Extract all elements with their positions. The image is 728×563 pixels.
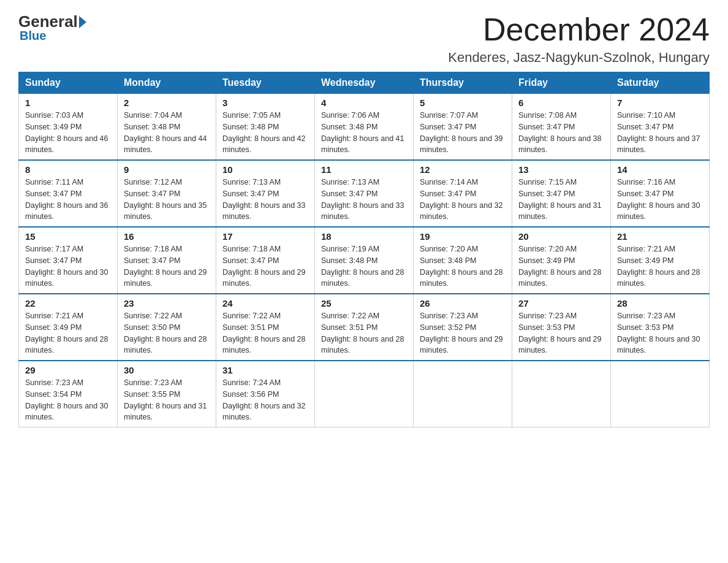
- day-info: Sunrise: 7:14 AMSunset: 3:47 PMDaylight:…: [420, 178, 503, 221]
- col-header-friday: Friday: [512, 72, 611, 94]
- day-info: Sunrise: 7:23 AMSunset: 3:55 PMDaylight:…: [124, 378, 207, 421]
- calendar-week-row: 29 Sunrise: 7:23 AMSunset: 3:54 PMDaylig…: [19, 361, 710, 427]
- calendar-cell: 28 Sunrise: 7:23 AMSunset: 3:53 PMDaylig…: [611, 294, 710, 361]
- calendar-cell: 25 Sunrise: 7:22 AMSunset: 3:51 PMDaylig…: [315, 294, 414, 361]
- day-number: 10: [222, 164, 308, 175]
- calendar-cell: 24 Sunrise: 7:22 AMSunset: 3:51 PMDaylig…: [216, 294, 315, 361]
- title-block: December 2024 Kenderes, Jasz-Nagykun-Szo…: [448, 12, 710, 66]
- day-info: Sunrise: 7:21 AMSunset: 3:49 PMDaylight:…: [25, 312, 108, 354]
- day-number: 26: [420, 298, 506, 308]
- calendar-cell: 11 Sunrise: 7:13 AMSunset: 3:47 PMDaylig…: [315, 160, 414, 227]
- calendar-week-row: 15 Sunrise: 7:17 AMSunset: 3:47 PMDaylig…: [19, 227, 710, 294]
- day-info: Sunrise: 7:06 AMSunset: 3:48 PMDaylight:…: [321, 111, 404, 154]
- day-info: Sunrise: 7:10 AMSunset: 3:47 PMDaylight:…: [617, 111, 700, 154]
- day-number: 3: [222, 98, 308, 108]
- col-header-tuesday: Tuesday: [216, 72, 315, 94]
- calendar-header-row: SundayMondayTuesdayWednesdayThursdayFrid…: [19, 72, 710, 94]
- day-info: Sunrise: 7:07 AMSunset: 3:47 PMDaylight:…: [420, 111, 503, 154]
- col-header-sunday: Sunday: [19, 72, 118, 94]
- day-info: Sunrise: 7:03 AMSunset: 3:49 PMDaylight:…: [25, 111, 108, 154]
- calendar-cell: 23 Sunrise: 7:22 AMSunset: 3:50 PMDaylig…: [118, 294, 216, 361]
- day-info: Sunrise: 7:23 AMSunset: 3:53 PMDaylight:…: [518, 312, 602, 354]
- day-number: 22: [25, 298, 111, 308]
- day-number: 5: [420, 98, 506, 108]
- month-title: December 2024: [448, 12, 710, 47]
- day-info: Sunrise: 7:23 AMSunset: 3:53 PMDaylight:…: [617, 312, 700, 354]
- calendar-cell: 15 Sunrise: 7:17 AMSunset: 3:47 PMDaylig…: [19, 227, 118, 294]
- day-number: 4: [321, 98, 407, 108]
- day-number: 27: [518, 298, 604, 308]
- calendar-cell: [611, 361, 710, 427]
- day-number: 29: [25, 365, 111, 375]
- calendar-cell: 5 Sunrise: 7:07 AMSunset: 3:47 PMDayligh…: [414, 94, 512, 161]
- day-number: 28: [617, 298, 703, 308]
- day-info: Sunrise: 7:08 AMSunset: 3:47 PMDaylight:…: [518, 111, 602, 154]
- col-header-monday: Monday: [118, 72, 216, 94]
- col-header-thursday: Thursday: [414, 72, 512, 94]
- day-number: 12: [420, 164, 506, 175]
- day-info: Sunrise: 7:15 AMSunset: 3:47 PMDaylight:…: [518, 178, 602, 221]
- calendar-cell: 2 Sunrise: 7:04 AMSunset: 3:48 PMDayligh…: [118, 94, 216, 161]
- day-number: 13: [518, 164, 604, 175]
- day-number: 17: [222, 231, 308, 242]
- logo: General Blue: [18, 12, 88, 43]
- day-number: 24: [222, 298, 308, 308]
- col-header-saturday: Saturday: [611, 72, 710, 94]
- calendar-cell: 26 Sunrise: 7:23 AMSunset: 3:52 PMDaylig…: [414, 294, 512, 361]
- day-info: Sunrise: 7:23 AMSunset: 3:54 PMDaylight:…: [25, 378, 108, 421]
- day-number: 23: [124, 298, 210, 308]
- page-header: General Blue December 2024 Kenderes, Jas…: [18, 12, 710, 66]
- day-number: 20: [518, 231, 604, 242]
- day-number: 16: [124, 231, 210, 242]
- calendar-cell: 1 Sunrise: 7:03 AMSunset: 3:49 PMDayligh…: [19, 94, 118, 161]
- logo-blue-text: Blue: [20, 29, 46, 43]
- day-number: 19: [420, 231, 506, 242]
- calendar-table: SundayMondayTuesdayWednesdayThursdayFrid…: [18, 72, 710, 427]
- calendar-cell: 4 Sunrise: 7:06 AMSunset: 3:48 PMDayligh…: [315, 94, 414, 161]
- calendar-cell: 13 Sunrise: 7:15 AMSunset: 3:47 PMDaylig…: [512, 160, 611, 227]
- calendar-cell: [315, 361, 414, 427]
- day-info: Sunrise: 7:22 AMSunset: 3:50 PMDaylight:…: [124, 312, 207, 354]
- day-info: Sunrise: 7:24 AMSunset: 3:56 PMDaylight:…: [222, 378, 306, 421]
- location-title: Kenderes, Jasz-Nagykun-Szolnok, Hungary: [448, 50, 710, 66]
- calendar-cell: 12 Sunrise: 7:14 AMSunset: 3:47 PMDaylig…: [414, 160, 512, 227]
- calendar-cell: [512, 361, 611, 427]
- day-info: Sunrise: 7:05 AMSunset: 3:48 PMDaylight:…: [222, 111, 306, 154]
- day-number: 31: [222, 365, 308, 375]
- calendar-cell: 31 Sunrise: 7:24 AMSunset: 3:56 PMDaylig…: [216, 361, 315, 427]
- calendar-week-row: 1 Sunrise: 7:03 AMSunset: 3:49 PMDayligh…: [19, 94, 710, 161]
- day-number: 7: [617, 98, 703, 108]
- day-info: Sunrise: 7:20 AMSunset: 3:48 PMDaylight:…: [420, 245, 503, 288]
- calendar-cell: 3 Sunrise: 7:05 AMSunset: 3:48 PMDayligh…: [216, 94, 315, 161]
- calendar-cell: 17 Sunrise: 7:18 AMSunset: 3:47 PMDaylig…: [216, 227, 315, 294]
- day-number: 2: [124, 98, 210, 108]
- day-info: Sunrise: 7:18 AMSunset: 3:47 PMDaylight:…: [222, 245, 306, 288]
- day-number: 11: [321, 164, 407, 175]
- day-number: 15: [25, 231, 111, 242]
- calendar-cell: 20 Sunrise: 7:20 AMSunset: 3:49 PMDaylig…: [512, 227, 611, 294]
- day-number: 14: [617, 164, 703, 175]
- day-info: Sunrise: 7:16 AMSunset: 3:47 PMDaylight:…: [617, 178, 700, 221]
- calendar-week-row: 22 Sunrise: 7:21 AMSunset: 3:49 PMDaylig…: [19, 294, 710, 361]
- calendar-cell: 27 Sunrise: 7:23 AMSunset: 3:53 PMDaylig…: [512, 294, 611, 361]
- day-number: 21: [617, 231, 703, 242]
- day-number: 8: [25, 164, 111, 175]
- day-info: Sunrise: 7:17 AMSunset: 3:47 PMDaylight:…: [25, 245, 108, 288]
- day-info: Sunrise: 7:22 AMSunset: 3:51 PMDaylight:…: [321, 312, 404, 354]
- calendar-cell: 16 Sunrise: 7:18 AMSunset: 3:47 PMDaylig…: [118, 227, 216, 294]
- day-number: 6: [518, 98, 604, 108]
- col-header-wednesday: Wednesday: [315, 72, 414, 94]
- calendar-cell: 7 Sunrise: 7:10 AMSunset: 3:47 PMDayligh…: [611, 94, 710, 161]
- calendar-cell: 29 Sunrise: 7:23 AMSunset: 3:54 PMDaylig…: [19, 361, 118, 427]
- calendar-cell: 22 Sunrise: 7:21 AMSunset: 3:49 PMDaylig…: [19, 294, 118, 361]
- day-info: Sunrise: 7:20 AMSunset: 3:49 PMDaylight:…: [518, 245, 602, 288]
- day-info: Sunrise: 7:21 AMSunset: 3:49 PMDaylight:…: [617, 245, 700, 288]
- day-info: Sunrise: 7:04 AMSunset: 3:48 PMDaylight:…: [124, 111, 207, 154]
- day-info: Sunrise: 7:13 AMSunset: 3:47 PMDaylight:…: [222, 178, 306, 221]
- day-info: Sunrise: 7:12 AMSunset: 3:47 PMDaylight:…: [124, 178, 207, 221]
- day-number: 30: [124, 365, 210, 375]
- calendar-cell: 14 Sunrise: 7:16 AMSunset: 3:47 PMDaylig…: [611, 160, 710, 227]
- day-info: Sunrise: 7:11 AMSunset: 3:47 PMDaylight:…: [25, 178, 108, 221]
- day-info: Sunrise: 7:18 AMSunset: 3:47 PMDaylight:…: [124, 245, 207, 288]
- day-number: 1: [25, 98, 111, 108]
